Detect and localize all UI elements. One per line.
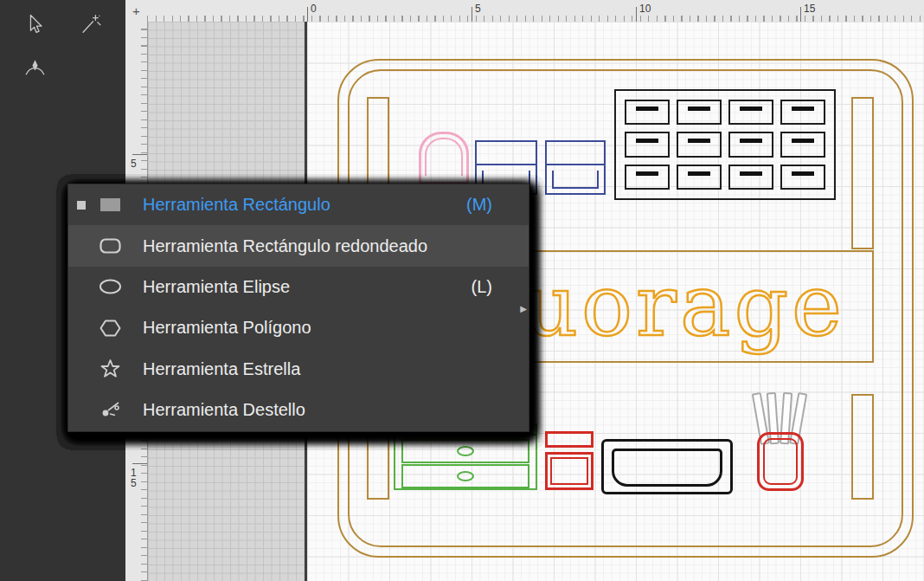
ruler-label: 5 — [475, 3, 481, 15]
green-top-line — [395, 434, 536, 436]
ruler-tick — [307, 7, 308, 22]
drawer-cell — [625, 132, 670, 157]
magic-wand-tool[interactable] — [72, 5, 110, 43]
menu-item-polygon-tool[interactable]: Herramienta Polígono — [68, 307, 529, 348]
selection-tool[interactable] — [16, 5, 55, 43]
ruler-tick — [472, 7, 472, 22]
menu-item-ellipse-tool[interactable]: Herramienta Elipse (L) — [68, 267, 529, 307]
toolbar-slot-hidden-3[interactable] — [72, 94, 110, 132]
rectangle-tool-icon — [98, 195, 124, 216]
menu-item-label: Herramienta Destello — [143, 400, 305, 420]
menu-item-shortcut: (L) — [472, 277, 492, 297]
flare-tool-icon — [98, 400, 124, 421]
green-drawer — [401, 464, 529, 488]
rounded-rectangle-tool-icon — [98, 236, 124, 256]
drawer-cell — [677, 132, 722, 157]
horizontal-ruler[interactable]: 0 5 10 15 — [147, 0, 924, 23]
flyout-tearoff-arrow[interactable]: ▶ — [520, 303, 527, 313]
drawer-dash — [792, 171, 814, 176]
ruler-tick — [800, 7, 801, 22]
drawer-cell — [728, 165, 773, 190]
drawer-dash — [688, 107, 710, 111]
ruler-label: 10 — [639, 3, 651, 15]
ruler-label: 15 — [804, 3, 815, 15]
drawer-dash — [636, 171, 658, 176]
horizontal-ruler-ticks — [147, 16, 924, 22]
ruler-origin-corner[interactable]: + — [125, 0, 148, 23]
green-drawer — [401, 439, 529, 463]
toolbar-slot-hidden-6[interactable] — [16, 182, 55, 220]
menu-item-label: Herramienta Rectángulo — [143, 195, 330, 215]
ellipse-tool-icon — [98, 276, 124, 297]
drawer-dash — [792, 107, 814, 111]
artwork-green-drawers[interactable] — [394, 423, 537, 490]
polygon-tool-icon — [98, 318, 124, 339]
toolbar-slot-hidden-5[interactable] — [72, 138, 110, 176]
drawer-dash — [740, 139, 762, 143]
drawer-cell — [677, 165, 722, 190]
selected-tool-indicator — [77, 201, 86, 210]
menu-item-label: Herramienta Rectángulo redondeado — [143, 236, 427, 256]
artwork-red-box-small[interactable] — [545, 431, 594, 448]
artwork-red-box-large[interactable] — [545, 452, 594, 490]
ruler-tick — [132, 463, 147, 464]
artwork-black-tray[interactable] — [601, 439, 733, 494]
drawer-cell — [780, 132, 825, 157]
menu-item-rounded-rectangle-tool[interactable]: Herramienta Rectángulo redondeado — [68, 225, 529, 266]
drawer-cell — [728, 100, 773, 125]
indicator-spacer — [77, 282, 86, 291]
curvature-tool[interactable] — [16, 49, 55, 87]
indicator-spacer — [77, 365, 86, 373]
indicator-spacer — [77, 242, 86, 250]
crosshair-icon: + — [132, 3, 140, 18]
artwork-red-pen-cup[interactable] — [757, 432, 804, 491]
drawer-dash — [740, 171, 762, 176]
drawer-handle-icon — [457, 471, 474, 481]
ruler-label: 0 — [311, 3, 317, 15]
drawer-dash — [688, 171, 710, 176]
toolbar-slot-hidden-4[interactable] — [16, 138, 55, 176]
drawer-dash — [636, 139, 658, 143]
menu-item-rectangle-tool[interactable]: Herramienta Rectángulo (M) — [68, 184, 529, 225]
ruler-tick — [132, 154, 147, 155]
drawer-cell — [780, 165, 825, 190]
toolbar-slot-hidden-2[interactable] — [16, 94, 55, 132]
drawer-cell — [625, 165, 670, 190]
rectangle-tools-flyout-menu: Herramienta Rectángulo (M) Herramienta R… — [67, 184, 529, 432]
drawer-grid[interactable] — [614, 89, 836, 200]
menu-item-flare-tool[interactable]: Herramienta Destello — [68, 390, 529, 430]
drawer-handle-icon — [457, 446, 474, 456]
menu-item-star-tool[interactable]: Herramienta Estrella — [68, 349, 529, 390]
drawer-dash — [792, 139, 814, 143]
ruler-label: 5 — [131, 158, 138, 169]
star-tool-icon — [98, 358, 124, 379]
drawer-cell — [677, 100, 722, 125]
magic-wand-icon — [79, 13, 102, 36]
toolbar-slot-hidden-1[interactable] — [72, 49, 110, 87]
illustrator-app: T — [0, 0, 924, 581]
artwork-navy-box[interactable] — [545, 140, 606, 195]
artwork-side-strip[interactable] — [851, 97, 874, 249]
curvature-icon — [23, 57, 47, 81]
menu-item-shortcut: (M) — [466, 195, 492, 215]
indicator-spacer — [77, 406, 86, 415]
drawer-cell — [780, 100, 825, 125]
drawer-dash — [688, 139, 710, 143]
artwork-side-strip[interactable] — [851, 394, 874, 500]
drawer-cell — [625, 100, 670, 125]
menu-item-label: Herramienta Elipse — [143, 277, 290, 297]
menu-item-label: Herramienta Polígono — [143, 318, 311, 338]
ruler-label: 15 — [131, 468, 138, 488]
drawer-dash — [636, 107, 658, 111]
drawer-dash — [740, 107, 762, 111]
artwork-headline-text[interactable]: uorage — [523, 249, 845, 363]
drawer-cell — [728, 132, 773, 157]
indicator-spacer — [77, 324, 86, 332]
selection-arrow-icon — [23, 13, 47, 36]
ruler-tick — [636, 7, 637, 22]
menu-item-label: Herramienta Estrella — [143, 359, 300, 379]
